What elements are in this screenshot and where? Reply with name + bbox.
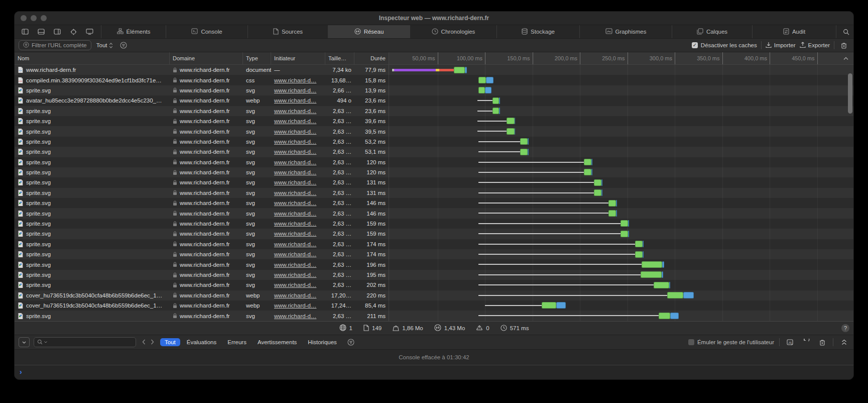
request-initiator[interactable]: www.richard-d…: [274, 221, 316, 227]
request-initiator[interactable]: www.richard-d…: [274, 251, 316, 257]
console-scope-erreurs[interactable]: Erreurs: [223, 338, 251, 346]
request-initiator[interactable]: www.richard-d…: [274, 272, 316, 278]
element-picker-icon[interactable]: [68, 27, 79, 37]
request-initiator[interactable]: www.richard-d…: [274, 139, 316, 145]
tab-audit[interactable]: Audit: [752, 25, 836, 38]
previous-result-button[interactable]: [142, 339, 146, 346]
zoom-window-button[interactable]: [41, 15, 47, 21]
help-button[interactable]: ?: [841, 324, 849, 332]
dock-left-icon[interactable]: [20, 27, 31, 37]
request-initiator[interactable]: www.richard-d…: [274, 87, 316, 93]
network-request-row[interactable]: sprite.svgwww.richard-dern.frsvgwww.rich…: [15, 188, 853, 198]
tab-layers[interactable]: Calques: [672, 25, 752, 38]
network-request-row[interactable]: sprite.svgwww.richard-dern.frsvgwww.rich…: [15, 270, 853, 280]
network-request-row[interactable]: sprite.svgwww.richard-dern.frsvgwww.rich…: [15, 198, 853, 208]
console-prompt[interactable]: ›: [15, 365, 853, 378]
clear-network-trash-icon[interactable]: [838, 40, 849, 50]
request-initiator[interactable]: www.richard-d…: [274, 108, 316, 114]
column-header-name[interactable]: Nom: [15, 52, 170, 64]
network-request-row[interactable]: sprite.svgwww.richard-dern.frsvgwww.rich…: [15, 116, 853, 126]
network-request-row[interactable]: sprite.svgwww.richard-dern.frsvgwww.rich…: [15, 167, 853, 177]
request-initiator[interactable]: www.richard-d…: [274, 97, 316, 104]
tab-elements[interactable]: Éléments: [101, 25, 166, 38]
console-mode-dropdown[interactable]: [19, 337, 30, 347]
gear-icon[interactable]: [853, 27, 854, 37]
disable-caches-checkbox[interactable]: ✓ Désactiver les caches: [692, 42, 757, 48]
network-request-row[interactable]: sprite.svgwww.richard-dern.frsvgwww.rich…: [15, 249, 853, 259]
search-icon[interactable]: [840, 27, 851, 37]
network-request-row[interactable]: cover_hu736519dc3b5040cfa48b6b559b6de6ec…: [15, 300, 853, 311]
request-initiator[interactable]: www.richard-d…: [274, 262, 316, 268]
request-initiator[interactable]: www.richard-d…: [274, 190, 316, 196]
filter-options-icon[interactable]: [118, 40, 129, 50]
tab-graphics[interactable]: Graphismes: [579, 25, 672, 38]
expand-console-icon[interactable]: [838, 337, 849, 347]
request-initiator[interactable]: www.richard-d…: [274, 200, 316, 206]
network-request-row[interactable]: sprite.svgwww.richard-dern.frsvgwww.rich…: [15, 219, 853, 229]
network-request-row[interactable]: sprite.svgwww.richard-dern.frsvgwww.rich…: [15, 85, 853, 95]
network-request-row[interactable]: sprite.svgwww.richard-dern.frsvgwww.rich…: [15, 126, 853, 136]
column-header-initiator[interactable]: Initiateur: [271, 52, 325, 64]
network-request-row[interactable]: sprite.svgwww.richard-dern.frsvgwww.rich…: [15, 239, 853, 249]
request-initiator[interactable]: www.richard-d…: [274, 159, 316, 165]
network-request-row[interactable]: sprite.svgwww.richard-dern.frsvgwww.rich…: [15, 157, 853, 167]
request-initiator[interactable]: www.richard-d…: [274, 118, 316, 124]
network-request-row[interactable]: csscompiled.min.38390909f303624ed9e1cf1b…: [15, 75, 853, 85]
column-header-domain[interactable]: Domaine: [170, 52, 243, 64]
request-initiator[interactable]: www.richard-d…: [274, 149, 316, 155]
clear-console-trash-icon[interactable]: [817, 337, 828, 347]
network-request-row[interactable]: sprite.svgwww.richard-dern.frsvgwww.rich…: [15, 208, 853, 218]
column-header-size[interactable]: Taille…: [325, 52, 354, 64]
request-initiator[interactable]: www.richard-d…: [274, 179, 316, 185]
network-request-row[interactable]: sprite.svgwww.richard-dern.frsvgwww.rich…: [15, 229, 853, 239]
request-initiator[interactable]: www.richard-d…: [274, 303, 316, 309]
console-scope-historiques[interactable]: Historiques: [303, 338, 341, 346]
request-initiator[interactable]: www.richard-d…: [274, 211, 316, 217]
network-request-row[interactable]: sprite.svgwww.richard-dern.frsvgwww.rich…: [15, 177, 853, 187]
tab-timelines[interactable]: Chronologies: [410, 25, 497, 38]
request-initiator[interactable]: www.richard-d…: [274, 129, 316, 135]
next-result-button[interactable]: [151, 339, 154, 346]
device-icon[interactable]: [84, 27, 95, 37]
tab-sources[interactable]: Sources: [247, 25, 328, 38]
request-initiator[interactable]: www.richard-d…: [274, 313, 316, 319]
resource-type-dropdown[interactable]: Tout: [96, 42, 113, 48]
export-button[interactable]: Exporter: [800, 42, 830, 49]
run-javascript-icon[interactable]: JS: [785, 337, 796, 347]
tab-storage[interactable]: Stockage: [497, 25, 579, 38]
network-request-row[interactable]: cover_hu736519dc3b5040cfa48b6b559b6de6ec…: [15, 290, 853, 300]
emulate-user-gesture-checkbox[interactable]: Émuler le geste de l'utilisateur: [688, 339, 774, 345]
column-header-duration[interactable]: Durée: [354, 52, 389, 64]
import-button[interactable]: Importer: [766, 42, 796, 49]
vertical-scrollbar[interactable]: [848, 73, 852, 114]
column-header-type[interactable]: Type: [243, 52, 271, 64]
console-scope-tout[interactable]: Tout: [160, 338, 180, 346]
request-initiator[interactable]: www.richard-d…: [274, 292, 316, 298]
close-window-button[interactable]: [21, 15, 27, 21]
console-scope-évaluations[interactable]: Évaluations: [182, 338, 221, 346]
request-initiator[interactable]: www.richard-d…: [274, 241, 316, 247]
request-initiator[interactable]: www.richard-d…: [274, 282, 316, 288]
collapse-waterfall-chevron-icon[interactable]: [843, 52, 848, 64]
request-initiator[interactable]: www.richard-d…: [274, 169, 316, 175]
dock-bottom-icon[interactable]: [36, 27, 47, 37]
url-filter-input[interactable]: Filtrer l'URL complète: [19, 40, 91, 50]
request-initiator[interactable]: www.richard-d…: [274, 231, 316, 237]
tab-console[interactable]: Console: [166, 25, 247, 38]
network-request-row[interactable]: <>www.richard-dern.frwww.richard-dern.fr…: [15, 65, 853, 75]
dock-right-icon[interactable]: [52, 27, 63, 37]
network-request-row[interactable]: avatar_hu85ecc3e298728880b0bde2dcc4e5c23…: [15, 95, 853, 106]
network-request-row[interactable]: sprite.svgwww.richard-dern.frsvgwww.rich…: [15, 106, 853, 116]
network-request-row[interactable]: sprite.svgwww.richard-dern.frsvgwww.rich…: [15, 259, 853, 269]
network-request-row[interactable]: sprite.svgwww.richard-dern.frsvgwww.rich…: [15, 311, 853, 321]
refresh-icon[interactable]: [801, 337, 812, 347]
console-filter-icon[interactable]: [345, 337, 356, 347]
request-initiator[interactable]: www.richard-d…: [274, 77, 316, 83]
console-scope-avertissements[interactable]: Avertissements: [253, 338, 301, 346]
network-request-row[interactable]: sprite.svgwww.richard-dern.frsvgwww.rich…: [15, 280, 853, 290]
console-search-input[interactable]: [34, 337, 136, 347]
minimize-window-button[interactable]: [31, 15, 37, 21]
network-request-row[interactable]: sprite.svgwww.richard-dern.frsvgwww.rich…: [15, 137, 853, 147]
network-request-row[interactable]: sprite.svgwww.richard-dern.frsvgwww.rich…: [15, 147, 853, 157]
tab-network[interactable]: Réseau: [328, 25, 410, 38]
